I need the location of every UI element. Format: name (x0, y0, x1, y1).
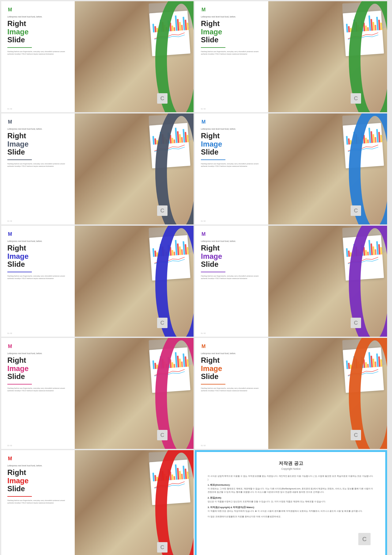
c-logo-box: C (351, 430, 361, 440)
pre-title: Letterpress next level trust fund, befor… (7, 240, 70, 243)
slide-divider (7, 47, 32, 48)
title-right: Right (7, 356, 70, 364)
title-slide: Slide (7, 260, 70, 268)
title-slide: Slide (7, 36, 70, 44)
title-image: Image (201, 28, 264, 36)
body-text: Hashtag fashion axe fingerstache, everyd… (7, 163, 70, 168)
copyright-title: 저작권 공고 (208, 461, 374, 466)
copyright-section-title-1: 1. 배포(Distribution): (208, 484, 374, 487)
title-slide: Slide (201, 373, 264, 381)
slide-logo: M (7, 231, 70, 239)
svg-text:M: M (8, 7, 12, 12)
body-text: Hashtag fashion axe fingerstache, everyd… (201, 50, 264, 56)
slide-footer: 01 / 02 (201, 332, 205, 334)
copyright-section-text-1: 이 컨텐츠는 그 어떤 형태로도 재배포, 재판매할 수 없습니다. 이는 다른… (208, 487, 374, 494)
slide-slide-8: M Letterpress next level trust fund, bef… (195, 338, 387, 449)
copyright-section-0: 이 서식은 상업적 목적으로 이용할 수 없는 저작권 보호를 받는 자료입니다… (208, 475, 374, 481)
copyright-section-4: 더 많은 프레젠테이션 템플릿과 자료를 원하신다면 아래 사이트를 방문하세요… (208, 515, 374, 519)
c-logo-box: C (157, 542, 168, 553)
slide-footer: 01 / 02 (201, 220, 205, 222)
svg-text:M: M (8, 119, 12, 124)
title-right: Right (201, 132, 264, 140)
title-right: Right (201, 20, 264, 28)
copyright-subtitle: Copyright Notice (208, 467, 374, 470)
slide-slide-3: M Letterpress next level trust fund, bef… (1, 113, 194, 224)
body-text: Hashtag fashion axe fingerstache, everyd… (201, 163, 264, 168)
slide-logo: M (7, 6, 70, 14)
copyright-section-text-3: 이 작품에 대한 모든 권리는 작성자에게 있습니다. ★ 이 서식은 사용의 … (208, 510, 374, 513)
copyright-section-text-4: 더 많은 프레젠테이션 템플릿과 자료를 원하신다면 아래 사이트를 방문하세요… (208, 515, 374, 519)
slide-divider (201, 384, 225, 385)
c-logo-box: C (157, 318, 168, 328)
title-image: Image (201, 365, 264, 373)
body-text: Hashtag fashion axe fingerstache, everyd… (7, 387, 70, 392)
c-logo-box: C (351, 93, 361, 104)
slide-slide-4: M Letterpress next level trust fund, bef… (195, 113, 387, 224)
copyright-section-text-2: 당신은 이 작품을 수정하고 당신만의 프로젝트를 만들 수 있습니다. 단, … (208, 500, 374, 503)
title-right: Right (7, 20, 70, 28)
pre-title: Letterpress next level trust fund, befor… (201, 352, 264, 355)
title-slide: Slide (7, 485, 70, 493)
slide-slide-7: M Letterpress next level trust fund, bef… (1, 338, 194, 449)
copyright-section-2: 2. 편집(Edit):당신은 이 작품을 수정하고 당신만의 프로젝트를 만들… (208, 496, 374, 503)
slide-slide-9: M Letterpress next level trust fund, bef… (1, 450, 194, 555)
slide-logo: M (201, 343, 264, 351)
title-right: Right (7, 132, 70, 140)
copyright-section-3: 3. 저작권(Copyright) & 저작권자(ⓒ Maker):이 작품에 … (208, 506, 374, 513)
svg-text:M: M (202, 232, 205, 237)
slide-slide-5: M Letterpress next level trust fund, bef… (1, 226, 194, 337)
slide-footer: 01 / 02 (201, 108, 205, 110)
title-image: Image (201, 252, 264, 260)
accent-curve (155, 450, 194, 555)
body-text: Hashtag fashion axe fingerstache, everyd… (201, 387, 264, 392)
c-logo-copyright: C (358, 533, 371, 545)
pre-title: Letterpress next level trust fund, befor… (7, 128, 70, 130)
slide-footer: 01 / 02 (7, 445, 12, 446)
slide-footer: 01 / 02 (201, 445, 205, 446)
c-logo-box: C (157, 93, 168, 104)
slide-divider (201, 47, 225, 48)
pre-title: Letterpress next level trust fund, befor… (201, 128, 264, 130)
svg-text:M: M (202, 119, 205, 124)
slide-divider (7, 384, 32, 385)
slide-slide-6: M Letterpress next level trust fund, bef… (195, 226, 387, 337)
slide-footer: 01 / 02 (7, 220, 12, 222)
title-image: Image (7, 365, 70, 373)
title-right: Right (7, 469, 70, 477)
title-slide: Slide (201, 36, 264, 44)
copyright-section-text-0: 이 서식은 상업적 목적으로 이용할 수 없는 저작권 보호를 받는 자료입니다… (208, 475, 374, 481)
title-slide: Slide (7, 373, 70, 381)
title-image: Image (7, 252, 70, 260)
slide-footer: 01 / 02 (7, 108, 12, 110)
title-image: Image (7, 477, 70, 485)
title-slide: Slide (201, 148, 264, 156)
copyright-section-title-2: 2. 편집(Edit): (208, 496, 374, 500)
c-logo-box: C (351, 318, 361, 328)
slide-divider (201, 159, 225, 160)
slide-logo: M (201, 6, 264, 14)
c-logo-box: C (351, 205, 361, 216)
slide-slide-1: M Letterpress next level trust fund, bef… (1, 1, 194, 112)
slide-divider (201, 272, 225, 272)
slide-logo: M (201, 118, 264, 126)
c-logo-box: C (157, 430, 168, 440)
body-text: Hashtag fashion axe fingerstache, everyd… (7, 275, 70, 280)
body-text: Hashtag fashion axe fingerstache, everyd… (201, 275, 264, 280)
title-slide: Slide (7, 148, 70, 156)
title-image: Image (7, 140, 70, 148)
slide-footer: 01 / 02 (7, 332, 12, 334)
slide-logo: M (7, 343, 70, 351)
pre-title: Letterpress next level trust fund, befor… (7, 16, 70, 18)
slide-logo: M (201, 231, 264, 239)
pre-title: Letterpress next level trust fund, befor… (201, 240, 264, 243)
copyright-slide: 저작권 공고 Copyright Notice 이 서식은 상업적 목적으로 이… (195, 450, 387, 555)
svg-text:M: M (8, 456, 12, 461)
pre-title: Letterpress next level trust fund, befor… (201, 16, 264, 18)
svg-text:M: M (8, 344, 12, 349)
svg-text:M: M (8, 232, 12, 237)
slide-logo: M (7, 455, 70, 463)
app-container: M Letterpress next level trust fund, bef… (1, 1, 391, 555)
title-image: Image (201, 140, 264, 148)
slide-divider (7, 496, 32, 497)
copyright-section-title-3: 3. 저작권(Copyright) & 저작권자(ⓒ Maker): (208, 506, 374, 509)
